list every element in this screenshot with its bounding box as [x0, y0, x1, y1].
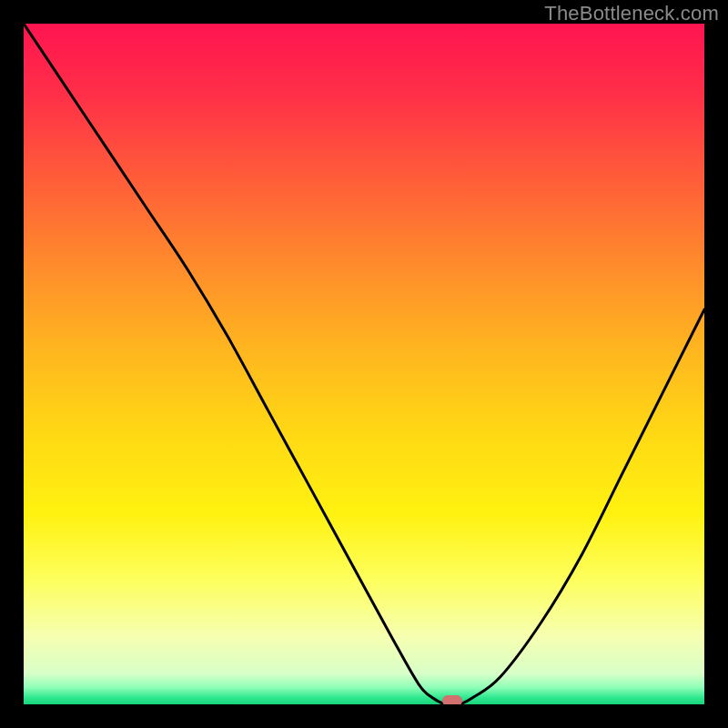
optimal-marker — [442, 695, 462, 704]
chart-container: TheBottleneck.com — [0, 0, 728, 728]
bottleneck-curve — [24, 24, 704, 704]
plot-area — [24, 24, 704, 704]
watermark: TheBottleneck.com — [544, 2, 719, 25]
